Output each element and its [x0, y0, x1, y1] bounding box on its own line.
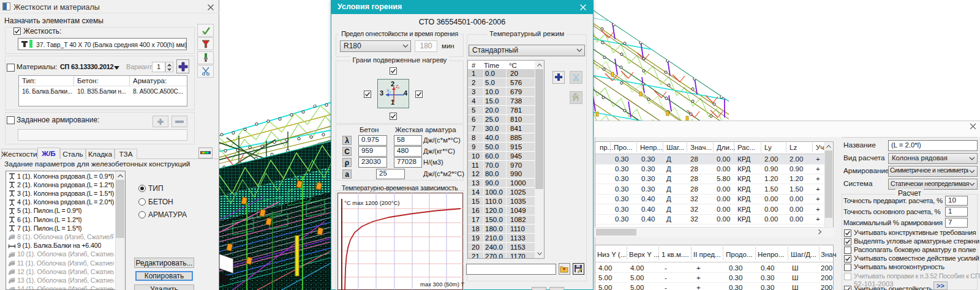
svg-text:Z₁: Z₁: [396, 84, 400, 89]
svg-text:Y₁: Y₁: [386, 89, 391, 93]
